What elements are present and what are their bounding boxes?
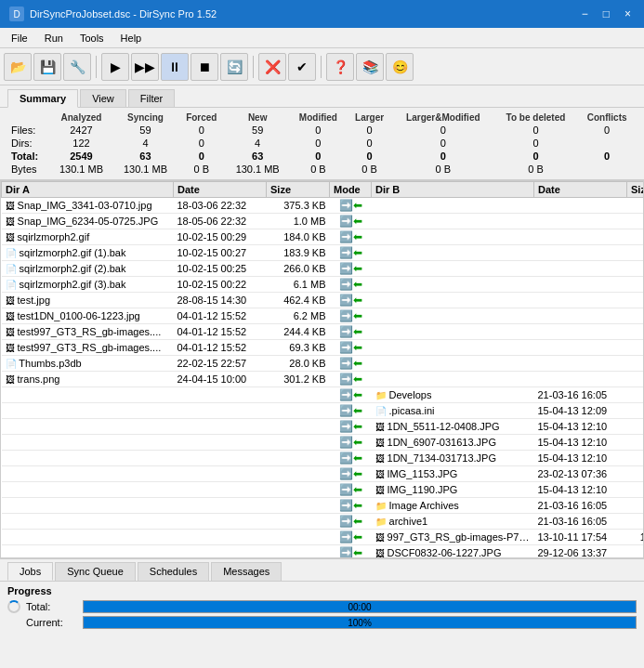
table-row[interactable]: ➡️⬅ 🖼 1DN_6907-031613.JPG 15-04-13 12:10… [2, 435, 645, 451]
docs-button[interactable]: 📚 [356, 53, 384, 81]
cell-size-b [627, 277, 645, 293]
table-row[interactable]: ➡️⬅ 🖼 1DN_5511-12-0408.JPG 15-04-13 12:1… [2, 419, 645, 435]
cell-date-a: 04-01-12 15:52 [174, 340, 267, 356]
cell-date-b [534, 308, 627, 324]
summary-dirs-tobedeleted: 0 [494, 137, 578, 150]
maximize-button[interactable]: □ [599, 7, 613, 20]
titlebar-left: D DirSyncProJobset.dsc - DirSync Pro 1.5… [9, 7, 217, 21]
table-row[interactable]: ➡️⬅ 🖼 997_GT3_RS_gb-images-P7-... 13-10-… [2, 530, 645, 545]
save-button[interactable]: 💾 [33, 53, 61, 81]
cell-mode: ➡️⬅ [330, 403, 372, 419]
stop-button[interactable]: ⏹ [191, 53, 218, 81]
summary-files-analyzed: 2427 [49, 124, 113, 137]
table-row[interactable]: ➡️⬅ 🖼 IMG_1153.JPG 23-02-13 07:36 3.8 M [2, 466, 645, 482]
summary-row-files: Files: 2427 59 0 59 0 0 0 0 0 [7, 124, 637, 137]
cell-dir-a [2, 530, 174, 545]
cell-date-b [534, 293, 627, 308]
cell-size-b: 0 [627, 387, 645, 403]
cell-dir-b: 🖼 1DN_7134-031713.JPG [372, 451, 534, 466]
table-row[interactable]: 📄 sqirlzmorph2.gif (3).bak 10-02-15 00:2… [2, 277, 645, 293]
pause-button[interactable]: ⏸ [161, 53, 189, 81]
cell-size-a: 184.0 KB [267, 229, 330, 245]
cell-mode: ➡️⬅ [330, 372, 372, 387]
cell-dir-b: 🖼 IMG_1153.JPG [372, 466, 534, 482]
bottom-tab-schedules[interactable]: Schedules [138, 562, 209, 581]
cell-date-b [534, 372, 627, 387]
table-row[interactable]: 📄 Thumbs.p3db 22-02-15 22:57 28.0 KB ➡️⬅ [2, 356, 645, 372]
cell-dir-b [372, 277, 534, 293]
cell-mode: ➡️⬅ [330, 214, 372, 229]
cell-size-a: 6.2 MB [267, 308, 330, 324]
tab-filter[interactable]: Filter [128, 89, 175, 107]
table-row[interactable]: 🖼 trans.png 24-04-15 10:00 301.2 KB ➡️⬅ [2, 372, 645, 387]
summary-col-modified: Modified [290, 111, 347, 124]
fast-forward-button[interactable]: ▶▶ [131, 53, 159, 81]
cell-date-a [174, 514, 267, 530]
table-row[interactable]: 🖼 sqirlzmorph2.gif 10-02-15 00:29 184.0 … [2, 229, 645, 245]
cell-mode: ➡️⬅ [330, 261, 372, 277]
menu-tools[interactable]: Tools [72, 31, 112, 46]
table-row[interactable]: ➡️⬅ 🖼 1DN_7134-031713.JPG 15-04-13 12:10… [2, 451, 645, 466]
cell-date-a: 10-02-15 00:25 [174, 261, 267, 277]
cell-size-b: 1.5 M [627, 545, 645, 559]
table-row[interactable]: 🖼 Snap_IMG_3341-03-0710.jpg 18-03-06 22:… [2, 198, 645, 214]
col-header-size-b: Size [627, 182, 645, 198]
cell-size-a [267, 498, 330, 514]
table-row[interactable]: 🖼 test1DN_0100-06-1223.jpg 04-01-12 15:5… [2, 308, 645, 324]
table-row[interactable]: ➡️⬅ 📁 Develops 21-03-16 16:05 0 [2, 387, 645, 403]
bottom-tab-messages[interactable]: Messages [211, 562, 282, 581]
file-table-container[interactable]: Dir A Date Size Mode Dir B Date Size 🖼 S… [0, 180, 644, 558]
summary-bytes-analyzed: 130.1 MB [49, 163, 113, 176]
table-row[interactable]: 🖼 Snap_IMG_6234-05-0725.JPG 18-05-06 22:… [2, 214, 645, 229]
play-button[interactable]: ▶ [101, 53, 129, 81]
table-row[interactable]: ➡️⬅ 📄 .picasa.ini 15-04-13 12:09 59 [2, 403, 645, 419]
menu-file[interactable]: File [4, 31, 35, 46]
summary-files-larger: 0 [347, 124, 392, 137]
cell-dir-b [372, 293, 534, 308]
about-button[interactable]: 😊 [386, 53, 414, 81]
progress-current-label: Current: [26, 617, 77, 628]
cell-size-a: 28.0 KB [267, 356, 330, 372]
cell-dir-b [372, 340, 534, 356]
cell-date-b: 21-03-16 16:05 [534, 498, 627, 514]
table-row[interactable]: 📄 sqirlzmorph2.gif (2).bak 10-02-15 00:2… [2, 261, 645, 277]
cell-date-b: 29-12-06 13:37 [534, 545, 627, 559]
help-button[interactable]: ❓ [326, 53, 354, 81]
tab-view[interactable]: View [80, 89, 126, 107]
titlebar-controls[interactable]: − □ × [578, 7, 635, 20]
table-row[interactable]: ➡️⬅ 📁 archive1 21-03-16 16:05 0 [2, 514, 645, 530]
cell-date-b: 15-04-13 12:10 [534, 482, 627, 498]
cell-dir-a [2, 545, 174, 559]
cell-date-a [174, 387, 267, 403]
summary-bytes-tobedeleted: 0 B [494, 163, 578, 176]
bottom-tab-jobs[interactable]: Jobs [7, 562, 53, 581]
cell-size-a [267, 451, 330, 466]
table-row[interactable]: 📄 sqirlzmorph2.gif (1).bak 10-02-15 00:2… [2, 245, 645, 261]
cell-size-a: 6.1 MB [267, 277, 330, 293]
cell-dir-a: 📄 sqirlzmorph2.gif (1).bak [2, 245, 174, 261]
summary-bytes-forced: 0 B [177, 163, 226, 176]
table-row[interactable]: 🖼 test997_GT3_RS_gb-images.... 04-01-12 … [2, 324, 645, 340]
table-row[interactable]: 🖼 test997_GT3_RS_gb-images.... 04-01-12 … [2, 340, 645, 356]
minimize-button[interactable]: − [578, 7, 592, 20]
table-row[interactable]: ➡️⬅ 🖼 DSCF0832-06-1227.JPG 29-12-06 13:3… [2, 545, 645, 559]
menu-help[interactable]: Help [113, 31, 150, 46]
delete-button[interactable]: ❌ [258, 53, 286, 81]
cell-date-b [534, 245, 627, 261]
table-row[interactable]: ➡️⬅ 🖼 IMG_1190.JPG 15-04-13 12:10 2.9 M [2, 482, 645, 498]
check-button[interactable]: ✔ [288, 53, 316, 81]
summary-total-tobedeleted: 0 [494, 150, 578, 163]
progress-current-bar: 100% [83, 616, 637, 629]
open-button[interactable]: 📂 [4, 53, 32, 81]
cell-dir-b: 📁 Image Archives [372, 498, 534, 514]
tab-summary[interactable]: Summary [7, 89, 78, 108]
cell-date-a: 28-08-15 14:30 [174, 293, 267, 308]
close-button[interactable]: × [621, 7, 635, 20]
cell-dir-b [372, 372, 534, 387]
refresh-button[interactable]: 🔄 [220, 53, 248, 81]
menu-run[interactable]: Run [37, 31, 71, 46]
table-row[interactable]: ➡️⬅ 📁 Image Archives 21-03-16 16:05 0 [2, 498, 645, 514]
table-row[interactable]: 🖼 test.jpg 28-08-15 14:30 462.4 KB ➡️⬅ [2, 293, 645, 308]
settings-button[interactable]: 🔧 [63, 53, 91, 81]
bottom-tab-syncqueue[interactable]: Sync Queue [55, 562, 136, 581]
